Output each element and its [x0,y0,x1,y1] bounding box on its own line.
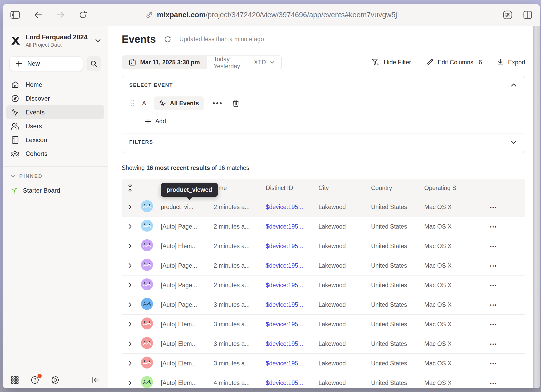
row-more-icon[interactable]: ••• [490,322,497,327]
event-name[interactable]: product_vi... [161,204,214,211]
event-name[interactable]: [Auto] Page... [161,223,214,230]
distinct-id-link[interactable]: $device:195... [266,340,318,347]
collapse-rows-icon[interactable] [122,183,141,192]
event-name[interactable]: [Auto] Elem... [161,321,214,328]
table-row[interactable]: product_vi... 2 minutes a... $device:195… [122,197,525,217]
event-name[interactable]: [Auto] Elem... [161,360,214,367]
updated-status: Updated less than a minute ago [179,36,264,43]
back-icon[interactable] [33,10,43,20]
table-row[interactable]: [Auto] Elem... 2 minutes a... $device:19… [122,236,525,256]
sidebar-item-starter-board[interactable]: Starter Board [3,181,108,200]
table-row[interactable]: [Auto] Page... 2 minutes a... $device:19… [122,256,525,275]
table-row[interactable]: [Auto] Page... 2 minutes a... $device:19… [122,275,525,295]
expand-row-icon[interactable] [122,321,141,327]
row-more-icon[interactable]: ••• [490,303,497,308]
distinct-id-link[interactable]: $device:195... [266,243,318,250]
reload-icon[interactable] [78,10,88,20]
distinct-id-link[interactable]: $device:195... [266,360,318,367]
header-time[interactable]: Time [214,185,266,192]
row-more-icon[interactable]: ••• [490,342,497,347]
event-name[interactable]: [Auto] Page... [161,301,214,308]
expand-row-icon[interactable] [122,243,141,249]
trash-icon[interactable] [231,98,241,108]
expand-row-icon[interactable] [122,282,141,288]
table-row[interactable]: [Auto] Elem... 4 minutes a... $device:19… [122,373,525,388]
row-more-icon[interactable]: ••• [490,244,497,249]
row-more-icon[interactable]: ••• [490,381,497,386]
header-country[interactable]: Country [371,185,424,192]
distinct-id-link[interactable]: $device:195... [266,321,318,328]
sidebar-item-events[interactable]: Events [6,105,104,119]
header-distinct-id[interactable]: Distinct ID [266,185,318,192]
event-name[interactable]: [Auto] Elem... [161,243,214,250]
distinct-id-link[interactable]: $device:195... [266,262,318,269]
expand-row-icon[interactable] [122,204,141,210]
split-view-icon[interactable] [522,10,533,20]
export-button[interactable]: Export [497,59,525,66]
date-range-selected[interactable]: Mar 11, 2025 3:30 pm [122,56,207,69]
add-event-button[interactable]: Add [145,118,166,125]
distinct-id-link[interactable]: $device:195... [266,282,318,289]
sidebar-item-users[interactable]: Users [6,119,104,133]
table-row[interactable]: [Auto] Elem... 3 minutes a... $device:19… [122,314,525,334]
settings-gear-icon[interactable] [50,375,60,385]
edit-columns-button[interactable]: Edit Columns · 6 [426,58,482,66]
distinct-id-link[interactable]: $device:195... [266,204,318,211]
collapse-sidebar-icon[interactable] [91,376,101,384]
row-more-icon[interactable]: ••• [490,224,497,230]
event-name[interactable]: [Auto] Page... [161,282,214,289]
new-button[interactable]: New [9,56,83,71]
refresh-icon[interactable] [163,34,173,44]
table-row[interactable]: [Auto] Elem... 3 minutes a... $device:19… [122,334,525,353]
row-more-icon[interactable]: ••• [490,205,497,210]
row-more-icon[interactable]: ••• [490,361,497,366]
sidebar-item-discover[interactable]: Discover [6,91,104,105]
expand-row-icon[interactable] [122,262,141,269]
country-value: United States [371,223,424,230]
event-name[interactable]: [Auto] Elem... [161,379,214,387]
expand-row-icon[interactable] [122,223,141,230]
distinct-id-link[interactable]: $device:195... [266,223,318,230]
project-switcher[interactable]: Lord Farquaad 2024 All Project Data [3,31,108,51]
table-row[interactable]: [Auto] Page... 3 minutes a... $device:19… [122,295,525,314]
hide-filter-button[interactable]: Hide Filter [371,58,411,66]
search-button[interactable] [87,56,101,71]
row-more-icon[interactable]: ••• [490,264,497,269]
expand-section-icon[interactable] [509,139,518,145]
drag-handle-icon[interactable] [131,100,134,107]
event-more-icon[interactable]: ●●● [210,99,225,108]
sidebar-item-home[interactable]: Home [6,78,104,91]
event-time: 4 minutes a... [214,379,266,387]
event-time: 2 minutes a... [214,223,266,230]
row-more-icon[interactable]: ••• [490,283,497,288]
apps-grid-icon[interactable] [10,375,20,385]
event-selector-chip[interactable]: All Events [154,96,204,110]
pinned-section-header[interactable]: PINNED [3,167,108,181]
sidebar-item-cohorts[interactable]: Cohorts [6,147,104,161]
sidebar-item-label: Lexicon [26,136,47,144]
vertical-scrollbar[interactable] [533,26,540,388]
distinct-id-link[interactable]: $device:195... [266,301,318,308]
date-range-custom[interactable]: XTD [247,56,281,69]
collapse-section-icon[interactable] [509,82,518,88]
date-range-option[interactable]: Today [207,56,236,63]
event-name[interactable]: [Auto] Page... [161,262,214,269]
sidebar-toggle-icon[interactable] [9,10,21,20]
cohorts-icon [11,150,19,157]
sidebar-item-lexicon[interactable]: Lexicon [6,133,104,147]
url-bar[interactable]: mixpanel.com/project/3472420/view/397469… [108,11,434,19]
expand-row-icon[interactable] [122,360,141,366]
expand-row-icon[interactable] [122,380,141,386]
date-range-option[interactable]: Yesterday [207,63,247,69]
header-operating-system[interactable]: Operating S [424,185,483,192]
avatar-cell [141,200,161,214]
expand-row-icon[interactable] [122,302,141,308]
plus-icon [145,118,151,125]
event-name[interactable]: [Auto] Elem... [161,340,214,347]
table-row[interactable]: [Auto] Page... 2 minutes a... $device:19… [122,217,525,236]
distinct-id-link[interactable]: $device:195... [266,379,318,387]
header-city[interactable]: City [318,185,371,192]
page-settings-icon[interactable] [502,9,513,20]
expand-row-icon[interactable] [122,341,141,347]
table-row[interactable]: [Auto] Elem... 3 minutes a... $device:19… [122,353,525,373]
